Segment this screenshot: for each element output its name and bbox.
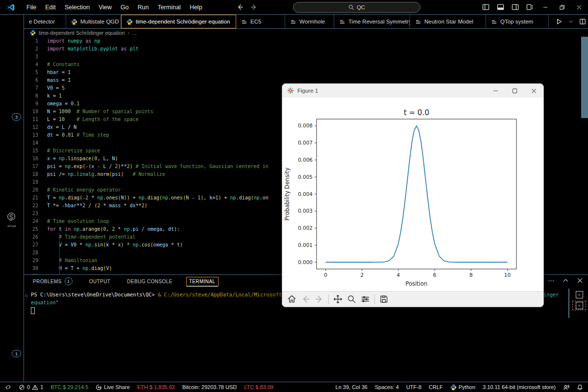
back-icon[interactable] — [301, 294, 310, 304]
tab-e-detector[interactable]: e Detector — [24, 15, 66, 28]
panel-tab-problems[interactable]: PROBLEMS1 — [30, 275, 75, 287]
status-feedback[interactable] — [563, 384, 569, 391]
panel-more-icon[interactable]: ⋯ — [548, 277, 555, 284]
terminal-cursor-line[interactable] — [24, 306, 588, 314]
status-ln39[interactable]: Ln 39, Col 36 — [336, 384, 368, 390]
line-number: 5 — [24, 69, 38, 76]
activity-files[interactable] — [5, 22, 18, 34]
layout-panel-icon[interactable] — [493, 0, 508, 14]
menu-selection[interactable]: Selection — [60, 4, 94, 11]
activity-account[interactable]: 1 — [5, 343, 18, 355]
figure-titlebar[interactable]: Figure 1 — [282, 84, 543, 98]
menu-run[interactable]: Run — [133, 4, 153, 11]
status-crlf[interactable]: CRLF — [429, 384, 443, 390]
layout-sidebar-left-icon[interactable] — [478, 0, 493, 14]
terminal-command-tail: inger — [543, 291, 559, 298]
code-line-4[interactable]: 4# Constants — [24, 61, 588, 69]
tab-ec5[interactable]: EC5 — [236, 15, 285, 28]
layout-sidebar-right-icon[interactable] — [508, 0, 522, 14]
tab-multistate-qgd-1[interactable]: Multistate QGD 1 — [66, 15, 121, 28]
breadcrumb-file[interactable]: time-dependent Schrödinger equation — [39, 30, 125, 36]
activity-scrypt[interactable] — [5, 211, 18, 224]
code-line-3[interactable]: 3 — [24, 53, 588, 61]
layout-customize-icon[interactable] — [522, 0, 537, 14]
code-line-2[interactable]: 2import matplotlib.pyplot as plt — [24, 45, 588, 53]
menu-edit[interactable]: Edit — [41, 4, 60, 11]
save-icon[interactable] — [379, 294, 389, 304]
nav-back-icon[interactable] — [236, 3, 244, 11]
svg-text:0.008: 0.008 — [298, 122, 313, 128]
status-bell[interactable] — [577, 384, 583, 391]
code-line-1[interactable]: 1import numpy as np — [24, 37, 588, 45]
activity-source-control[interactable] — [5, 64, 18, 76]
tab-qtop-system[interactable]: QTop system — [486, 15, 549, 28]
activity-settings[interactable] — [5, 363, 18, 376]
terminal-session-2[interactable]: > — [573, 301, 586, 310]
run-icon[interactable] — [556, 18, 563, 25]
command-decoration[interactable]: ○ — [25, 292, 27, 299]
status-liveshare[interactable]: Live Share — [96, 384, 130, 391]
menu-go[interactable]: Go — [116, 4, 133, 11]
terminal-session-1[interactable]: > — [573, 291, 586, 299]
tab-neutron-star-model[interactable]: Neutron Star Model — [410, 15, 486, 28]
chevron-down-icon[interactable] — [568, 19, 573, 24]
activity-remote-explorer[interactable] — [5, 127, 18, 140]
activity-github[interactable] — [5, 169, 18, 182]
editor-scrollbar[interactable] — [581, 32, 588, 118]
status-3-10-1164-bit[interactable]: 3.10.11 64-bit (microsoft store) — [483, 384, 556, 390]
activity-extensions[interactable]: 3 — [5, 106, 18, 119]
minimize-icon[interactable] — [537, 0, 554, 14]
line-number: 9 — [24, 100, 38, 108]
status-0[interactable]: 01 — [19, 384, 43, 391]
status-ltc[interactable]: LTC $ 83.09 — [244, 384, 273, 390]
forward-icon[interactable] — [315, 294, 324, 304]
menu-file[interactable]: File — [22, 4, 41, 11]
home-icon[interactable] — [287, 294, 296, 304]
figure-minimize-icon[interactable] — [486, 84, 505, 98]
command-center-search[interactable]: QC — [293, 2, 420, 13]
list-icon — [491, 19, 497, 25]
panel-tab-output[interactable]: OUTPUT — [86, 277, 114, 286]
status-utf-8[interactable]: UTF-8 — [406, 384, 421, 390]
zoom-rect-icon[interactable] — [347, 294, 356, 304]
plot-ylabel: Probability Density — [284, 168, 291, 220]
status-remote[interactable] — [5, 384, 11, 391]
status-python[interactable]: Python — [450, 384, 475, 391]
panel-tab-terminal[interactable]: TERMINAL — [186, 277, 219, 286]
split-editor-icon[interactable] — [579, 18, 586, 25]
breadcrumb-ellipsis[interactable]: ... — [132, 30, 137, 36]
tab-time-reversal-symmetry[interactable]: Time Reversal Symmetry — [334, 15, 410, 28]
panel-tab-debug-console[interactable]: DEBUG CONSOLE — [124, 277, 175, 286]
activity-search[interactable] — [5, 43, 18, 55]
close-window-icon[interactable] — [570, 0, 588, 14]
tab-time-dependent-schr-dinger-equation[interactable]: time-dependent Schrödinger equation✕ — [121, 15, 236, 28]
menu-help[interactable]: Help — [185, 4, 207, 11]
vscode-logo-icon — [6, 3, 15, 12]
figure-maximize-icon[interactable] — [505, 84, 524, 98]
subplots-config-icon[interactable] — [361, 294, 370, 304]
nav-forward-icon[interactable] — [250, 3, 258, 11]
panel-close-icon[interactable] — [577, 277, 583, 284]
svg-text:0.007: 0.007 — [298, 140, 313, 146]
status-spaces-4[interactable]: Spaces: 4 — [375, 384, 399, 390]
menu-terminal[interactable]: Terminal — [153, 4, 185, 11]
panel-maximize-icon[interactable] — [563, 277, 569, 284]
tab-wormhole[interactable]: Wormhole — [285, 15, 334, 28]
terminal-tabs-separator[interactable] — [568, 289, 569, 318]
breadcrumb[interactable]: time-dependent Schrödinger equation › ..… — [24, 29, 588, 37]
restore-icon[interactable] — [554, 0, 570, 14]
status-bitcoin-29203-78[interactable]: Bitcoin: 29203.78 USD — [182, 384, 237, 390]
figure-close-icon[interactable] — [524, 84, 543, 98]
activity-share[interactable] — [5, 190, 18, 203]
activity-run-debug[interactable] — [5, 85, 18, 98]
window-controls — [478, 0, 588, 14]
svg-text:2: 2 — [360, 272, 364, 278]
pan-icon[interactable] — [333, 294, 343, 304]
menu-view[interactable]: View — [94, 4, 116, 11]
activity-testing[interactable] — [5, 148, 18, 161]
status-eth[interactable]: ETH $ 1,835.92 — [137, 384, 175, 390]
line-number: 15 — [24, 147, 38, 155]
figure-window[interactable]: Figure 1 t = 0.00.0000.0010.0020.0030.00… — [282, 83, 544, 307]
code-line-5[interactable]: 5hbar = 1 — [24, 69, 588, 76]
status-btc[interactable]: BTC $ 29,214.5 — [50, 384, 88, 390]
